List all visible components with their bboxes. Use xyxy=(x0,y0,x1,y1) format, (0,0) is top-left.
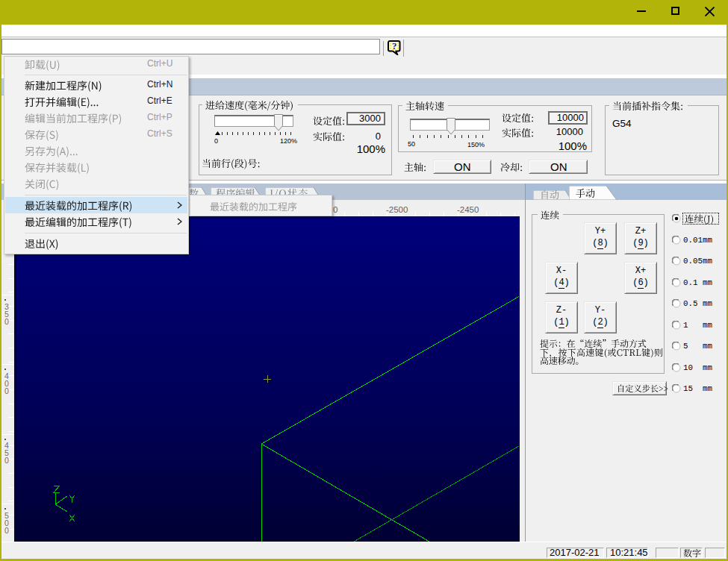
svg-text:?: ? xyxy=(392,40,397,51)
